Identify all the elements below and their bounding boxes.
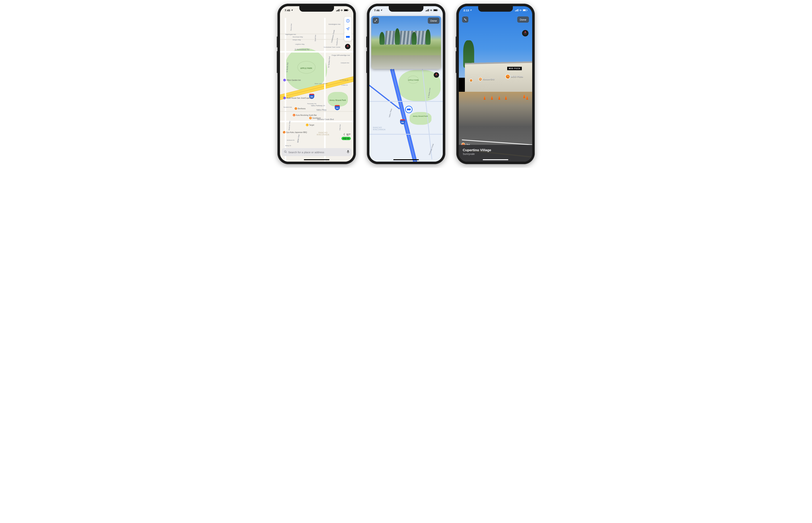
lookaround-preview-card[interactable]: Done	[371, 16, 441, 69]
battery-icon	[523, 9, 528, 12]
label-moorhead: Moorhead Way	[293, 36, 303, 38]
compass-icon[interactable]	[434, 72, 439, 78]
svg-rect-1	[337, 10, 338, 11]
svg-rect-15	[348, 150, 349, 152]
pizza-icon: 🍕	[506, 75, 510, 79]
poi-benihana[interactable]: 🍴Benihana	[295, 107, 305, 110]
home-indicator[interactable]	[483, 159, 508, 160]
tree-icon	[379, 32, 385, 45]
label-apple-park: APPLE PARK	[408, 79, 419, 81]
done-button[interactable]: Done	[517, 16, 529, 23]
caption-title: Cupertino Village	[463, 148, 528, 152]
home-indicator[interactable]	[304, 159, 330, 160]
hw-shield-280b: 280	[335, 105, 340, 110]
label-jenny: Jenny Strand Park	[413, 115, 428, 117]
poi-korune[interactable]: 🍽 Korune Grill	[479, 78, 495, 80]
svg-line-14	[286, 152, 286, 153]
road-homestead	[280, 51, 353, 53]
wifi-icon	[430, 9, 433, 12]
wifi-icon	[519, 9, 522, 12]
status-time: 7:45	[285, 9, 290, 12]
done-button[interactable]: Done	[428, 18, 440, 24]
svg-rect-22	[434, 10, 437, 11]
location-services-icon	[381, 9, 383, 12]
label-leighton: Leighton Way	[295, 43, 305, 45]
road-b	[369, 134, 443, 134]
poi-kura[interactable]: 🍣Kura Revolving Sushi Bar	[293, 114, 317, 116]
label-kintyre: Kintyre Way	[293, 39, 301, 41]
svg-rect-6	[348, 10, 349, 11]
location-services-icon	[291, 9, 293, 12]
svg-point-13	[284, 151, 286, 152]
info-button[interactable]	[344, 17, 352, 25]
location-services-icon	[470, 9, 472, 12]
home-indicator[interactable]	[393, 159, 419, 160]
notch	[478, 6, 513, 12]
label-parrot: Parrot Ave	[290, 23, 292, 31]
svg-rect-19	[427, 10, 428, 11]
label-nightingale: Nightingale Ave	[285, 34, 296, 35]
map-side-controls	[344, 17, 352, 41]
label-judy: Judy Ave	[339, 124, 341, 130]
label-vallco: Vallco Pkwy	[317, 109, 326, 111]
label-miller: Miller Ave	[297, 134, 300, 143]
weather-temp: 57°	[347, 133, 351, 136]
search-placeholder: Search for a place or address	[288, 151, 345, 154]
label-perimeter: Perimeter Rd	[307, 103, 317, 105]
svg-rect-5	[344, 10, 348, 11]
phone-lookaround-preview: 7:46 280 APPLE PARK Jenny	[367, 4, 445, 164]
label-forge: Forge Dr	[332, 54, 339, 56]
label-kensington: Kensington Ave	[329, 23, 340, 25]
label-carlysle: Carlysle Ave	[341, 62, 349, 64]
lookaround-pin[interactable]	[405, 106, 412, 113]
poi-somi[interactable]: 🍦SomiSomi	[309, 117, 321, 119]
label-bixby: Bixby Dr	[285, 145, 291, 146]
lookaround-viewport[interactable]: MOD PIZZA 🍕 MOD Pizza 🍽 Korune Grill 🔥	[459, 6, 532, 162]
poi-gyukaku[interactable]: 🍖Gyu-Kaku Japanese BBQ	[283, 131, 307, 133]
cellular-icon	[426, 9, 429, 12]
expand-button[interactable]	[373, 18, 379, 24]
poi-campfire[interactable]: 🔥	[470, 79, 472, 82]
poi-hyatt[interactable]: HHyatt House San Jose/Cupertino	[283, 97, 313, 99]
phone-lookaround-full: 2:13 MOD PIZZA	[456, 4, 535, 164]
label-quail: Quail Ave	[314, 35, 316, 41]
notch	[389, 6, 423, 12]
search-bar[interactable]: Search for a place or address	[282, 148, 352, 156]
svg-rect-3	[339, 9, 339, 11]
battery-icon	[433, 9, 438, 12]
label-homestead: E Homestead Rd	[295, 49, 310, 51]
svg-rect-27	[515, 11, 516, 11]
road-stevens	[280, 121, 353, 122]
road-minor-2	[280, 39, 353, 40]
svg-rect-17	[426, 11, 426, 11]
label-lowell: Lowell Dr	[341, 84, 348, 86]
svg-rect-29	[517, 10, 517, 11]
label-shannon: Shannon Way	[288, 121, 290, 130]
tree-icon	[395, 28, 400, 45]
lookaround-button[interactable]	[344, 33, 352, 41]
phone-maps-main: 7:45	[278, 4, 356, 164]
svg-rect-23	[438, 10, 438, 11]
label-calabazas: Calabazas Creek	[331, 30, 335, 43]
label-tantau: N Tantau Ave	[328, 56, 330, 68]
compass-icon[interactable]	[345, 44, 350, 49]
svg-rect-18	[426, 10, 427, 11]
cellular-icon	[515, 9, 518, 12]
road-vallco	[280, 111, 353, 112]
svg-point-9	[348, 20, 348, 20]
label-vallco: Vallco Pkwy	[388, 108, 392, 118]
status-time: 7:46	[374, 9, 379, 12]
poi-hilton[interactable]: HHilton Garden Inn	[283, 79, 301, 82]
hw-shield-280: 280	[400, 119, 405, 124]
svg-rect-0	[336, 11, 337, 11]
battery-icon	[344, 9, 349, 12]
shrink-button[interactable]	[462, 16, 468, 23]
voice-input-icon[interactable]	[347, 150, 349, 154]
poi-mod-pizza[interactable]: 🍕 MOD Pizza	[506, 75, 523, 79]
locate-button[interactable]	[344, 25, 352, 33]
weather-widget[interactable]: ☾ 57° AQI 43	[341, 133, 351, 140]
label-rancho: RANCHO RINCONADA	[317, 132, 330, 136]
compass-icon[interactable]	[522, 30, 529, 36]
poi-target[interactable]: ◎Target	[306, 124, 314, 126]
food-icon: 🍽	[479, 78, 482, 80]
